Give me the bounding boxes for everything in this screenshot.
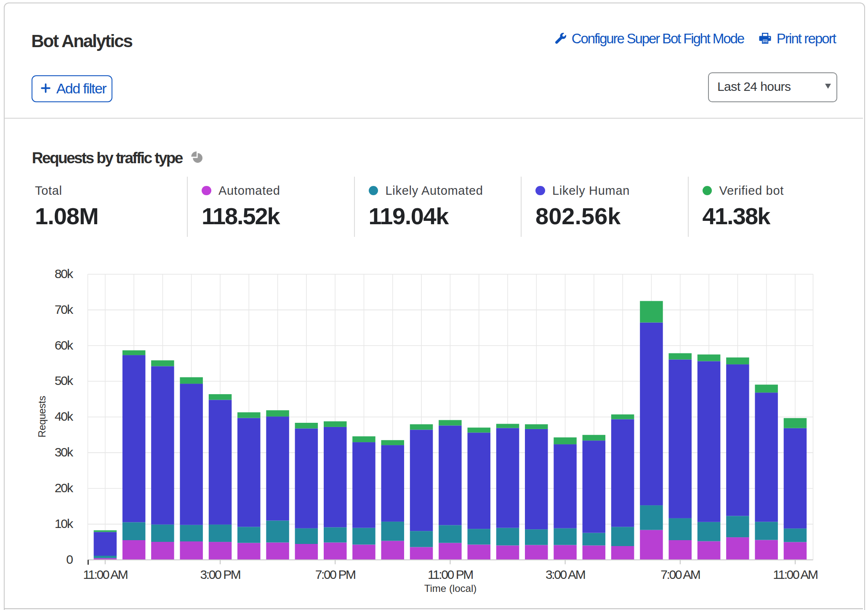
svg-text:11:00 AM: 11:00 AM <box>83 568 128 581</box>
svg-text:Time (local): Time (local) <box>424 583 477 594</box>
svg-text:60k: 60k <box>55 338 74 352</box>
svg-text:3:00 AM: 3:00 AM <box>546 568 585 581</box>
svg-text:7:00 AM: 7:00 AM <box>660 568 700 581</box>
svg-text:50k: 50k <box>55 374 74 387</box>
svg-text:80k: 80k <box>55 267 74 281</box>
svg-text:11:00 AM: 11:00 AM <box>773 568 817 581</box>
svg-text:3:00 PM: 3:00 PM <box>200 568 240 581</box>
svg-text:20k: 20k <box>55 481 74 495</box>
svg-text:Requests: Requests <box>36 396 48 438</box>
svg-text:7:00 PM: 7:00 PM <box>315 568 355 581</box>
svg-text:0: 0 <box>66 552 73 566</box>
svg-text:70k: 70k <box>55 302 74 316</box>
svg-text:30k: 30k <box>55 445 74 459</box>
svg-text:11:00 PM: 11:00 PM <box>428 568 473 581</box>
svg-text:40k: 40k <box>55 409 74 423</box>
svg-text:10k: 10k <box>55 517 74 530</box>
